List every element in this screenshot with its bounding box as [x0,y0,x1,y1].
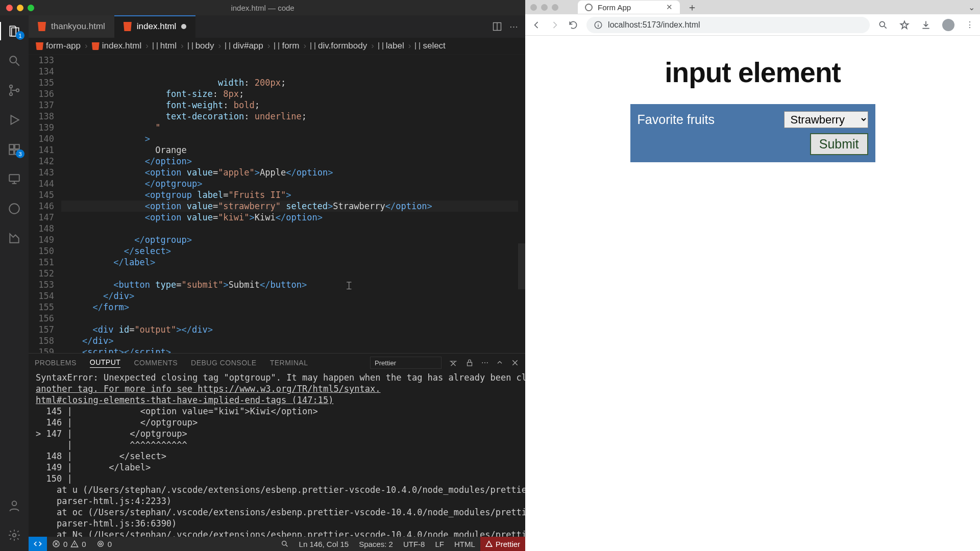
maximize-window[interactable] [552,4,558,11]
breadcrumbs[interactable]: form-app›index.html›html›body›div#app›fo… [29,38,525,55]
breadcrumb-item[interactable]: body [188,41,214,51]
svg-rect-8 [9,174,19,181]
code-editor[interactable]: 133 134 135 136 137 138 139 140 141 142 … [29,55,525,353]
tab-index[interactable]: index.html [114,15,195,38]
favicon-icon [585,4,593,11]
form-card: Favorite fruits Strawberry Submit [630,104,875,162]
svg-point-19 [879,21,885,27]
panel-tab-comments[interactable]: COMMENTS [134,359,178,367]
account-icon[interactable] [0,495,29,516]
status-errors[interactable]: 0 0 [47,537,91,551]
address-bar[interactable]: localhost:5173/index.html [586,17,870,33]
minimize-window[interactable] [541,4,548,11]
chevron-down-icon[interactable]: ⌄ [968,3,975,12]
run-debug-icon[interactable] [0,109,29,131]
clear-output-icon[interactable] [449,358,458,367]
output-source-select[interactable]: Prettier [370,357,442,369]
brackets-icon [378,42,383,49]
remote-indicator[interactable] [29,537,47,551]
activity-bar: 1 3 [0,15,29,551]
back-icon[interactable] [531,20,542,30]
split-editor-icon[interactable] [492,21,502,32]
more-icon[interactable]: ⋯ [509,21,518,32]
browser-tab[interactable]: Form App ✕ [578,1,680,14]
lock-scroll-icon[interactable] [465,358,474,367]
panel-tab-output[interactable]: OUTPUT [90,358,121,368]
breadcrumb-item[interactable]: form [274,41,299,51]
close-window[interactable] [530,4,537,11]
modified-dot-icon [181,24,186,29]
svg-rect-5 [15,144,19,149]
gear-icon[interactable] [0,524,29,546]
minimap[interactable] [518,55,525,353]
remote-explorer-icon[interactable] [0,168,29,190]
svg-point-11 [13,534,16,537]
source-control-icon[interactable] [0,80,29,101]
status-cursor[interactable]: Ln 146, Col 15 [294,537,354,551]
breadcrumb-item[interactable]: div#app [225,41,263,51]
line-gutter: 133 134 135 136 137 138 139 140 141 142 … [29,55,61,353]
breadcrumb-item[interactable]: select [415,41,445,51]
extra-icon-1[interactable] [0,198,29,219]
bottom-panel: PROBLEMSOUTPUTCOMMENTSDEBUG CONSOLETERMI… [29,353,525,537]
browser-tab-title: Form App [598,3,631,12]
download-icon[interactable] [921,20,931,30]
html5-icon [36,42,43,50]
reload-icon[interactable] [568,20,578,30]
svg-point-9 [9,204,19,214]
explorer-badge: 1 [16,31,24,40]
code-area[interactable]: width: 200px; font-size: 8px; font-weigh… [61,55,525,353]
panel-tab-debug-console[interactable]: DEBUG CONSOLE [191,359,257,367]
vscode-window: index.html — code 1 [0,0,525,551]
profile-avatar[interactable] [942,19,954,31]
svg-rect-4 [9,144,14,149]
tab-thankyou[interactable]: thankyou.html [29,15,114,38]
status-ports[interactable]: 0 [91,537,117,551]
text-cursor-icon: 𝙸 [345,279,353,292]
status-language[interactable]: HTML [449,537,480,551]
tab-label: index.html [137,21,176,32]
breadcrumb-item[interactable]: div.formbody [310,41,367,51]
breadcrumb-item[interactable]: label [378,41,404,51]
extensions-icon[interactable]: 3 [0,139,29,160]
panel-tab-problems[interactable]: PROBLEMS [35,359,77,367]
tab-close-icon[interactable]: ✕ [666,3,673,12]
minimap-slider[interactable] [518,243,525,289]
panel-close-icon[interactable] [511,359,519,367]
breadcrumb-item[interactable]: index.html [92,41,141,51]
brackets-icon [225,42,230,49]
panel-tab-terminal[interactable]: TERMINAL [270,359,308,367]
browser-toolbar: localhost:5173/index.html ⋮ [525,14,980,36]
breadcrumb-item[interactable]: html [153,41,177,51]
fruits-select[interactable]: Strawberry [784,111,868,128]
explorer-icon[interactable]: 1 [0,20,29,42]
bookmark-icon[interactable] [899,20,910,30]
panel-more-icon[interactable]: ⋯ [481,359,488,367]
status-encoding[interactable]: UTF-8 [398,537,430,551]
status-bar: 0 0 0 Ln 146, Col 15 Spaces: 2 UTF-8 [29,537,525,551]
forward-icon[interactable] [550,20,560,30]
window-title: index.html — code [0,4,525,12]
svg-point-1 [10,85,12,88]
breadcrumb-item[interactable]: form-app [36,41,81,51]
brackets-icon [310,42,315,49]
status-prettier[interactable]: Prettier [480,537,525,551]
panel-maximize-icon[interactable] [496,359,504,367]
submit-button[interactable]: Submit [810,133,868,155]
status-find-icon[interactable] [276,537,294,551]
site-info-icon[interactable] [594,20,603,30]
menu-icon[interactable]: ⋮ [966,20,974,30]
brackets-icon [153,42,158,49]
status-spaces[interactable]: Spaces: 2 [354,537,398,551]
extensions-badge: 3 [16,149,24,158]
html5-icon [124,22,132,31]
brackets-icon [274,42,279,49]
panel-output[interactable]: SyntaxError: Unexpected closing tag "opt… [29,372,525,537]
svg-point-16 [97,541,103,547]
zoom-icon[interactable] [878,20,888,30]
svg-point-2 [10,93,12,95]
extra-icon-2[interactable] [0,228,29,249]
search-icon[interactable] [0,50,29,71]
status-eol[interactable]: LF [430,537,449,551]
new-tab-icon[interactable]: ＋ [683,1,701,14]
